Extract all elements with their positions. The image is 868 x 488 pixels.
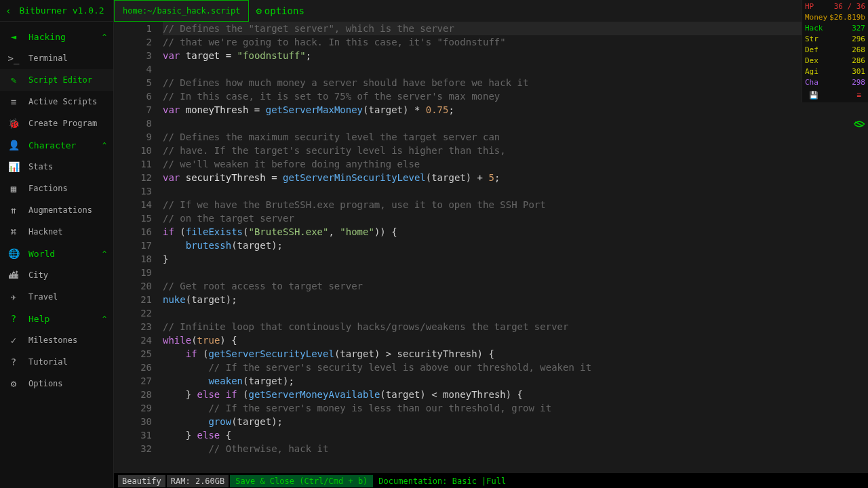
line-number: 5 (114, 76, 152, 89)
code-line[interactable]: } (163, 252, 868, 266)
line-number: 3 (114, 49, 152, 62)
code-line[interactable]: // If the server's money is less than ou… (163, 401, 868, 415)
city-icon: 🏙 (5, 270, 22, 281)
line-number: 27 (114, 374, 152, 388)
code-line[interactable]: var securityThresh = getServerMinSecurit… (163, 171, 868, 184)
line-number: 2 (114, 35, 152, 49)
cha-label: Cha (805, 77, 818, 88)
eye-icon[interactable] (853, 119, 865, 131)
back-icon[interactable]: ‹ (5, 5, 11, 16)
code-line[interactable]: var moneyThresh = getServerMaxMoney(targ… (163, 103, 868, 117)
file-tab[interactable]: home:~/basic_hack.script (114, 0, 249, 22)
line-number: 18 (114, 252, 152, 266)
code-line[interactable]: // that we're going to hack. In this cas… (163, 35, 868, 49)
nav-group-help[interactable]: ?Help^ (0, 308, 113, 329)
code-line[interactable]: // Infinite loop that continously hacks/… (163, 320, 868, 333)
line-number: 6 (114, 89, 152, 103)
nav-item-tutorial[interactable]: ?Tutorial (0, 351, 113, 373)
nav-group-character[interactable]: 👤Character^ (0, 134, 113, 156)
nav-item-label: Script Editor (28, 75, 92, 85)
line-number: 14 (114, 198, 152, 211)
code-line[interactable]: nuke(target); (163, 293, 868, 306)
nav-item-stats[interactable]: 📊Stats (0, 156, 113, 178)
nav-item-script-editor[interactable]: ✎Script Editor (0, 69, 113, 91)
nav-item-milestones[interactable]: ✓Milestones (0, 329, 113, 351)
code-line[interactable]: if (getServerSecurityLevel(target) > sec… (163, 347, 868, 361)
code-line[interactable]: // Defines the maximum security level th… (163, 130, 868, 144)
code-line[interactable]: } else { (163, 428, 868, 442)
documentation-link[interactable]: Documentation: Basic |Full (374, 475, 510, 487)
code-line[interactable] (163, 266, 868, 279)
code-editor[interactable]: 1234567891011121314151617181920212223242… (114, 22, 868, 473)
line-number: 19 (114, 266, 152, 279)
line-number: 23 (114, 320, 152, 333)
nav-item-active-scripts[interactable]: ≡Active Scripts (0, 91, 113, 113)
nav-item-terminal[interactable]: >_Terminal (0, 47, 113, 69)
caret-icon: >_ (5, 53, 22, 64)
nav-group-world[interactable]: 🌐World^ (0, 243, 113, 264)
code-content[interactable]: // Defines the "target server", which is… (161, 22, 868, 473)
code-line[interactable] (163, 62, 868, 76)
def-value: 268 (852, 45, 865, 56)
nav-item-hacknet[interactable]: ⌘Hacknet (0, 221, 113, 243)
stats-icon: 📊 (5, 161, 22, 172)
code-line[interactable] (163, 306, 868, 320)
nav-item-options[interactable]: ⚙Options (0, 373, 113, 394)
chevron-up-icon: ^ (102, 33, 106, 41)
code-line[interactable]: // on the target server (163, 211, 868, 225)
code-line[interactable]: // If we have the BruteSSH.exe program, … (163, 198, 868, 211)
nav-group-hacking[interactable]: ◄Hacking^ (0, 26, 113, 47)
line-number: 22 (114, 306, 152, 320)
str-label: Str (805, 34, 818, 45)
nav-item-label: Create Program (28, 119, 97, 128)
code-line[interactable]: // Otherwise, hack it (163, 442, 868, 455)
code-line[interactable]: while(true) { (163, 333, 868, 347)
line-number: 9 (114, 130, 152, 144)
line-number: 21 (114, 293, 152, 306)
code-line[interactable]: } else if (getServerMoneyAvailable(targe… (163, 388, 868, 401)
nav-item-factions[interactable]: ▦Factions (0, 178, 113, 199)
nav-group-label: Character (28, 140, 76, 150)
nav-item-label: Hacknet (28, 227, 63, 237)
nav-item-travel[interactable]: ✈Travel (0, 286, 113, 308)
nav-item-label: Milestones (28, 336, 77, 345)
line-number: 20 (114, 279, 152, 293)
code-line[interactable]: // Get root access to target server (163, 279, 868, 293)
line-number: 32 (114, 442, 152, 455)
options-button[interactable]: ⚙options (256, 5, 304, 16)
code-line[interactable]: var target = "foodnstuff"; (163, 49, 868, 62)
code-line[interactable] (163, 184, 868, 198)
code-line[interactable]: // If the server's security level is abo… (163, 361, 868, 374)
code-line[interactable]: // we'll weaken it before doing anything… (163, 157, 868, 171)
gear-icon: ⚙ (5, 378, 22, 389)
check-icon: ✓ (5, 335, 22, 346)
code-line[interactable]: // have. If the target's security level … (163, 144, 868, 157)
def-label: Def (805, 45, 818, 56)
code-line[interactable]: brutessh(target); (163, 239, 868, 252)
contacts-icon: ▦ (5, 183, 22, 194)
save-close-button[interactable]: Save & Close (Ctrl/Cmd + b) (230, 475, 373, 487)
beautify-button[interactable]: Beautify (118, 475, 165, 487)
nav-item-augmentations[interactable]: ⇈Augmentations (0, 199, 113, 221)
line-number: 25 (114, 347, 152, 361)
line-number: 15 (114, 211, 152, 225)
code-line[interactable]: // Defines how much money a server shoul… (163, 76, 868, 89)
code-line[interactable]: weaken(target); (163, 374, 868, 388)
code-line[interactable]: // In this case, it is set to 75% of the… (163, 89, 868, 103)
code-line[interactable] (163, 117, 868, 130)
save-icon[interactable]: 💾 (809, 91, 818, 100)
nav-item-create-program[interactable]: 🐞Create Program (0, 113, 113, 134)
dex-value: 286 (852, 56, 865, 66)
kill-icon[interactable]: ≡ (856, 91, 861, 100)
chevron-up-icon: ^ (102, 250, 106, 258)
dex-label: Dex (805, 56, 818, 66)
code-line[interactable]: grow(target); (163, 415, 868, 428)
nav-group-label: World (28, 249, 55, 259)
code-line[interactable]: // Defines the "target server", which is… (163, 22, 868, 35)
code-line[interactable]: if (fileExists("BruteSSH.exe", "home")) … (163, 225, 868, 239)
chevron-up-icon: ^ (102, 142, 106, 149)
nav-item-city[interactable]: 🏙City (0, 264, 113, 286)
cha-value: 298 (852, 77, 865, 88)
nav-item-label: Travel (28, 292, 58, 302)
help-icon: ? (5, 313, 22, 324)
